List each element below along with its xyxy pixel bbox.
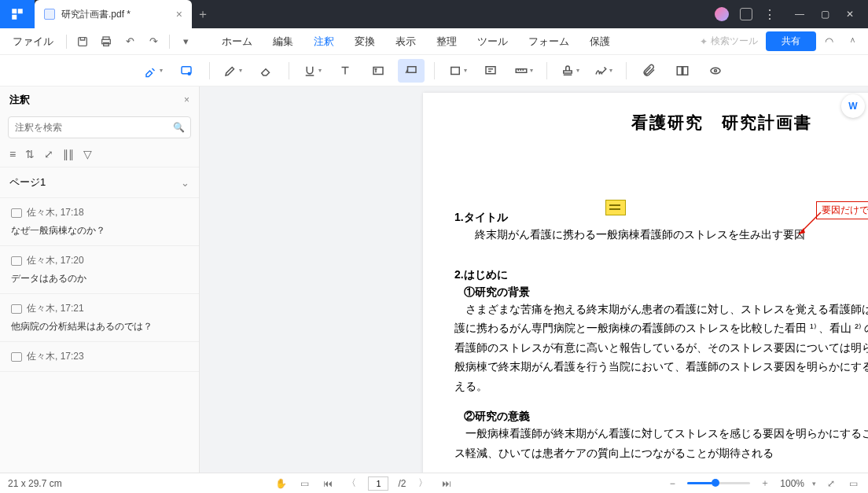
callout-tool[interactable]	[398, 59, 425, 83]
word-export-badge[interactable]: W	[841, 94, 865, 118]
svg-rect-17	[486, 66, 495, 73]
tab-title: 研究計画書.pdf *	[61, 8, 131, 21]
compare-tool[interactable]	[669, 59, 696, 83]
note-icon	[11, 208, 22, 218]
next-page-icon[interactable]: 〉	[416, 476, 430, 490]
page-number-input[interactable]	[368, 476, 388, 491]
signature-tool[interactable]	[590, 59, 616, 83]
sort-icon[interactable]: ⇅	[25, 148, 35, 160]
svg-rect-1	[18, 9, 23, 13]
zoom-level: 100%	[780, 478, 804, 489]
highlighter-tool[interactable]	[140, 59, 167, 83]
expand-icon[interactable]: ⤢	[44, 148, 53, 160]
tab-close-icon[interactable]: ×	[176, 8, 182, 20]
zoom-slider[interactable]	[687, 482, 750, 484]
stamp-tool[interactable]	[557, 59, 583, 83]
menu-file[interactable]: ファイル	[5, 31, 61, 52]
menu-ホーム[interactable]: ホーム	[214, 31, 260, 52]
svg-rect-0	[12, 9, 17, 13]
annotation-search-input[interactable]	[9, 122, 167, 133]
window-maximize[interactable]: ▢	[813, 3, 837, 25]
page-total: /2	[398, 478, 406, 489]
pencil-tool[interactable]	[219, 59, 246, 83]
prev-page-icon[interactable]: 〈	[344, 476, 359, 490]
zoom-out-icon[interactable]: −	[665, 478, 679, 489]
section-2a-body: さまざまな苦痛を抱える終末期がん患者の看護に対し、ストレスを覚える看護師は少なく…	[454, 300, 868, 396]
columns-icon[interactable]: ∥∥	[63, 148, 74, 160]
eraser-tool[interactable]	[252, 59, 279, 83]
annotation-search[interactable]: 🔍	[8, 116, 191, 138]
annotation-item[interactable]: 佐々木, 17:18なぜ一般病棟なのか？	[0, 198, 199, 246]
app-logo	[0, 0, 35, 28]
text-box-tool[interactable]	[365, 59, 392, 83]
chevron-down-icon: ⌄	[181, 177, 189, 189]
text-tool[interactable]	[332, 59, 359, 83]
hand-tool-icon[interactable]: ✋	[274, 478, 288, 489]
section-2-title: 2.はじめに	[454, 268, 868, 282]
new-tab-button[interactable]: ＋	[192, 6, 214, 23]
svg-rect-16	[451, 67, 459, 74]
print-icon[interactable]	[95, 31, 117, 53]
area-highlight-tool[interactable]	[173, 59, 200, 83]
document-tab[interactable]: 研究計画書.pdf * ×	[35, 0, 192, 28]
section-2b-title: ②研究の意義	[464, 410, 868, 424]
svg-rect-15	[407, 66, 416, 72]
redo-icon[interactable]: ↷	[142, 31, 164, 53]
attachment-tool[interactable]	[636, 59, 663, 83]
svg-rect-12	[373, 67, 383, 74]
svg-rect-24	[563, 71, 572, 73]
measure-tool[interactable]	[510, 59, 537, 83]
menu-表示[interactable]: 表示	[388, 31, 424, 52]
filter-icon[interactable]: ▽	[83, 148, 92, 160]
last-page-icon[interactable]: ⏭	[440, 478, 454, 489]
menu-整理[interactable]: 整理	[428, 31, 465, 52]
share-button[interactable]: 共有	[766, 31, 816, 51]
pdf-page[interactable]: 看護研究 研究計画書 令和〇年〇月〇日 〇〇病院〇〇病棟 氏名 1.タイトル 終…	[423, 93, 868, 473]
menu-注釈[interactable]: 注釈	[306, 31, 342, 52]
undo-icon[interactable]: ↶	[119, 31, 141, 53]
select-tool-icon[interactable]: ▭	[297, 478, 311, 489]
list-view-icon[interactable]: ≡	[9, 148, 16, 160]
cloud-icon[interactable]: ◠	[818, 31, 840, 53]
annotation-item[interactable]: 佐々木, 17:21他病院の分析結果はあるのでは？	[0, 294, 199, 342]
feedback-icon[interactable]	[740, 8, 752, 20]
menu-編集[interactable]: 編集	[265, 31, 301, 52]
fit-page-icon[interactable]: ⤢	[824, 478, 838, 489]
menu-フォーム[interactable]: フォーム	[520, 31, 577, 52]
sidebar-page-header[interactable]: ページ1 ⌄	[0, 167, 199, 198]
window-minimize[interactable]: —	[788, 3, 811, 25]
annotation-item[interactable]: 佐々木, 17:23	[0, 342, 199, 372]
kebab-menu-icon[interactable]: ⋮	[763, 7, 777, 22]
search-tools[interactable]: ✦ 検索ツール	[700, 35, 758, 48]
section-2b-body: 一般病棟看護師が終末期がん看護に対してストレスを感じる要因を明らかにすることで、…	[454, 424, 868, 462]
menu-保護[interactable]: 保護	[582, 31, 618, 52]
zoom-in-icon[interactable]: ＋	[758, 476, 772, 490]
wand-icon: ✦	[700, 36, 708, 47]
note-tool[interactable]	[477, 59, 504, 83]
sidebar-close-icon[interactable]: ×	[184, 94, 189, 105]
doc-date: 令和〇年〇月〇日	[454, 157, 868, 177]
menu-変換[interactable]: 変換	[347, 31, 383, 52]
doc-title: 看護研究 研究計画書	[454, 112, 868, 134]
save-icon[interactable]	[72, 31, 94, 53]
window-close[interactable]: ✕	[838, 3, 862, 25]
underline-tool[interactable]	[299, 59, 326, 83]
dropdown-icon[interactable]: ▾	[175, 31, 197, 53]
collapse-icon[interactable]: ＾	[841, 31, 863, 53]
reading-mode-icon[interactable]: ▭	[846, 478, 860, 489]
user-avatar[interactable]	[715, 7, 729, 21]
hide-annotations-tool[interactable]	[702, 59, 729, 83]
menu-ツール[interactable]: ツール	[469, 31, 516, 52]
first-page-icon[interactable]: ⏮	[321, 478, 335, 489]
pdf-icon	[44, 9, 55, 20]
svg-point-28	[711, 68, 720, 74]
svg-point-8	[187, 72, 191, 75]
svg-rect-2	[12, 15, 17, 20]
svg-rect-27	[682, 66, 687, 75]
search-icon[interactable]: 🔍	[167, 122, 190, 133]
annotation-item[interactable]: 佐々木, 17:20データはあるのか	[0, 246, 199, 294]
sticky-note-1[interactable]	[605, 200, 626, 215]
note-icon	[11, 256, 22, 266]
shape-tool[interactable]	[444, 59, 471, 83]
note-icon	[11, 352, 22, 362]
